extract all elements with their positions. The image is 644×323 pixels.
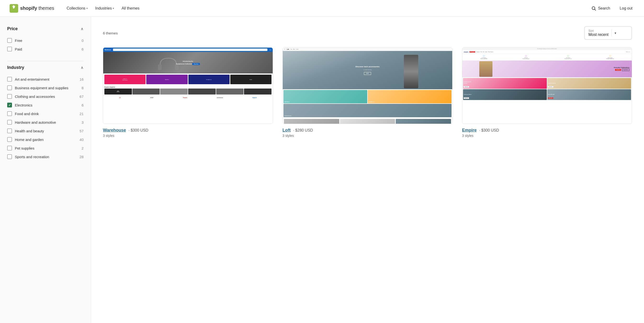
theme-info-warehouse: Warehouse · $300 USD 3 styles bbox=[103, 128, 273, 138]
theme-price-empire: · $300 USD bbox=[479, 128, 499, 132]
business-label: Business equipment and supplies bbox=[15, 86, 68, 90]
electronics-checkbox[interactable] bbox=[7, 103, 12, 107]
industry-filter-electronics[interactable]: Electronics 6 bbox=[7, 101, 84, 109]
free-label: Free bbox=[15, 38, 22, 42]
content-area: 6 themes Sort Most recent ▾ Warehouse bbox=[91, 17, 644, 323]
paid-count: 6 bbox=[82, 47, 84, 51]
sort-divider bbox=[612, 29, 612, 37]
hardware-checkbox[interactable] bbox=[7, 120, 12, 125]
shopify-logo-icon bbox=[10, 4, 18, 13]
svg-rect-3 bbox=[158, 64, 162, 70]
health-checkbox[interactable] bbox=[7, 128, 12, 133]
price-filter-free[interactable]: Free 0 bbox=[7, 36, 84, 45]
theme-preview-warehouse: Warehouse Cart bbox=[103, 47, 273, 124]
business-checkbox[interactable] bbox=[7, 85, 12, 90]
theme-styles-loft: 3 styles bbox=[282, 134, 452, 138]
header: shopify themes Collections ▾ Industries … bbox=[0, 0, 644, 17]
sports-count: 28 bbox=[80, 155, 84, 159]
svg-rect-4 bbox=[175, 64, 179, 70]
sort-control[interactable]: Sort Most recent ▾ bbox=[584, 26, 632, 40]
sidebar: Price ∧ Free 0 Paid 6 In bbox=[0, 17, 91, 323]
theme-preview-loft: Loft Shop About Contact Discover tech ac… bbox=[282, 47, 452, 124]
sports-checkbox[interactable] bbox=[7, 154, 12, 159]
theme-card-loft[interactable]: Loft Shop About Contact Discover tech ac… bbox=[282, 47, 452, 138]
industry-filter-food[interactable]: Food and drink 21 bbox=[7, 109, 84, 118]
theme-price-loft: · $280 USD bbox=[293, 128, 313, 132]
industry-filter-hardware[interactable]: Hardware and automotive 3 bbox=[7, 118, 84, 127]
theme-preview-empire: Now offering free shipping on all orders… bbox=[462, 47, 632, 124]
industry-filter-business[interactable]: Business equipment and supplies 8 bbox=[7, 83, 84, 92]
clothing-checkbox[interactable] bbox=[7, 94, 12, 99]
industry-filter-toggle[interactable]: ∧ bbox=[81, 65, 84, 70]
themes-count: 6 themes bbox=[103, 31, 118, 35]
free-checkbox[interactable] bbox=[7, 38, 12, 43]
price-filter-title: Price bbox=[7, 26, 18, 31]
food-label: Food and drink bbox=[15, 112, 39, 116]
theme-info-loft: Loft · $280 USD 3 styles bbox=[282, 128, 452, 138]
price-filter-header: Price ∧ bbox=[7, 26, 84, 31]
price-filter-paid[interactable]: Paid 6 bbox=[7, 45, 84, 53]
industry-filter-home[interactable]: Home and garden 40 bbox=[7, 135, 84, 144]
empire-mockup: Now offering free shipping on all orders… bbox=[462, 48, 632, 124]
clothing-count: 67 bbox=[80, 94, 84, 99]
art-label: Art and entertainment bbox=[15, 77, 49, 81]
theme-card-warehouse[interactable]: Warehouse Cart bbox=[103, 47, 273, 138]
paid-label: Paid bbox=[15, 47, 22, 51]
sports-label: Sports and recreation bbox=[15, 155, 49, 159]
search-button[interactable]: Search bbox=[590, 4, 612, 13]
svg-rect-6 bbox=[119, 91, 119, 92]
hardware-count: 3 bbox=[82, 120, 84, 124]
content-header: 6 themes Sort Most recent ▾ bbox=[103, 26, 632, 40]
electronics-count: 6 bbox=[82, 103, 84, 107]
nav-collections[interactable]: Collections ▾ bbox=[64, 4, 90, 12]
price-filter-toggle[interactable]: ∧ bbox=[81, 26, 84, 31]
theme-info-empire: Empire · $300 USD 3 styles bbox=[462, 128, 632, 138]
clothing-label: Clothing and accessories bbox=[15, 94, 55, 99]
header-actions: Search Log out bbox=[590, 4, 634, 13]
home-count: 40 bbox=[80, 138, 84, 142]
svg-line-2 bbox=[594, 9, 596, 10]
industry-filter-health[interactable]: Health and beauty 57 bbox=[7, 127, 84, 135]
theme-name-loft[interactable]: Loft bbox=[282, 128, 291, 133]
home-label: Home and garden bbox=[15, 138, 44, 142]
business-count: 8 bbox=[82, 86, 84, 90]
logout-button[interactable]: Log out bbox=[618, 4, 634, 12]
main-layout: Price ∧ Free 0 Paid 6 In bbox=[0, 17, 644, 323]
paid-checkbox[interactable] bbox=[7, 47, 12, 51]
theme-styles-empire: 3 styles bbox=[462, 134, 632, 138]
industry-filter-section: Industry ∧ Art and entertainment 16 Busi… bbox=[7, 65, 84, 161]
hardware-label: Hardware and automotive bbox=[15, 120, 56, 124]
logo[interactable]: shopify themes bbox=[10, 4, 54, 13]
industry-filter-pet[interactable]: Pet supplies 2 bbox=[7, 144, 84, 152]
home-checkbox[interactable] bbox=[7, 137, 12, 142]
health-count: 57 bbox=[80, 129, 84, 133]
loft-mockup: Loft Shop About Contact Discover tech ac… bbox=[283, 48, 452, 124]
art-count: 16 bbox=[80, 77, 84, 81]
warehouse-mockup: Warehouse Cart bbox=[103, 48, 273, 124]
free-count: 0 bbox=[82, 38, 84, 42]
industry-filter-art[interactable]: Art and entertainment 16 bbox=[7, 75, 84, 83]
sort-label: Sort bbox=[588, 29, 608, 32]
search-icon bbox=[591, 6, 596, 11]
nav-all-themes[interactable]: All themes bbox=[119, 4, 142, 12]
theme-price-warehouse: · $300 USD bbox=[128, 128, 148, 132]
pet-checkbox[interactable] bbox=[7, 146, 12, 150]
industry-filter-clothing[interactable]: Clothing and accessories 67 bbox=[7, 92, 84, 101]
theme-styles-warehouse: 3 styles bbox=[103, 134, 273, 138]
food-count: 21 bbox=[80, 112, 84, 116]
industry-filter-sports[interactable]: Sports and recreation 28 bbox=[7, 152, 84, 161]
industries-chevron-icon: ▾ bbox=[113, 7, 114, 9]
food-checkbox[interactable] bbox=[7, 111, 12, 116]
nav-industries[interactable]: Industries ▾ bbox=[92, 4, 117, 12]
theme-card-empire[interactable]: Now offering free shipping on all orders… bbox=[462, 47, 632, 138]
health-label: Health and beauty bbox=[15, 129, 44, 133]
industry-filter-title: Industry bbox=[7, 65, 24, 70]
theme-name-empire[interactable]: Empire bbox=[462, 128, 477, 133]
pet-label: Pet supplies bbox=[15, 146, 34, 150]
electronics-label: Electronics bbox=[15, 103, 32, 107]
logo-text: shopify themes bbox=[20, 5, 54, 11]
art-checkbox[interactable] bbox=[7, 77, 12, 82]
industry-filter-header: Industry ∧ bbox=[7, 65, 84, 70]
theme-name-warehouse[interactable]: Warehouse bbox=[103, 128, 126, 133]
svg-rect-5 bbox=[117, 91, 118, 92]
